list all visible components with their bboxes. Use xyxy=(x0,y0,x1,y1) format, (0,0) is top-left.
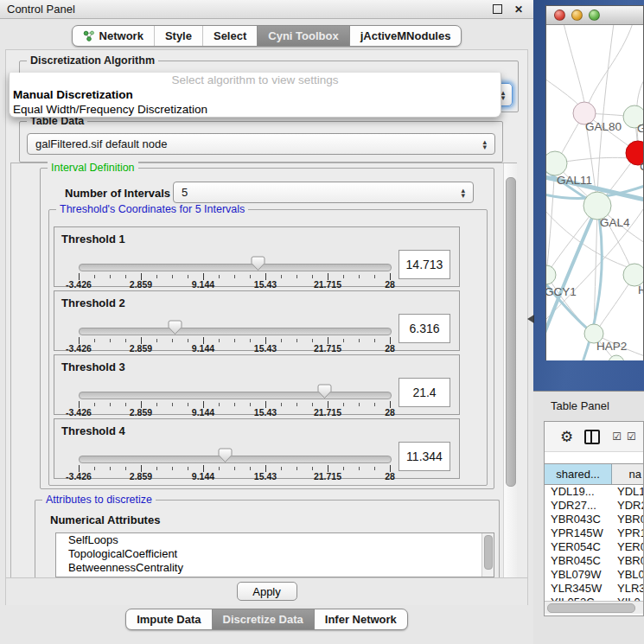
threshold-label: Threshold 3 xyxy=(61,360,125,373)
tab-impute-data[interactable]: Impute Data xyxy=(126,609,211,629)
checkbox-icon[interactable]: ☑ xyxy=(612,430,622,443)
tick-mark xyxy=(156,339,157,342)
network-canvas[interactable]: GAL80GACGAL11GAL4GCY1HHAP2 xyxy=(546,25,643,360)
columns-icon[interactable] xyxy=(584,430,600,444)
table-panel-region: Table Panel ⚙ ☑ ☑ shared...na YDL19...YD… xyxy=(533,391,644,644)
table-row[interactable]: YDL19...YDL1 xyxy=(545,485,643,499)
tick-mark xyxy=(125,275,126,278)
table-rows: YDL19...YDL1YDR27...YDR2YBR043CYBR0YPR14… xyxy=(545,485,643,601)
table-row[interactable]: YBL079WYBL0 xyxy=(545,568,643,582)
tick-mark xyxy=(125,339,126,342)
apply-button[interactable]: Apply xyxy=(237,582,297,601)
table-row[interactable]: YER054CYER0 xyxy=(545,540,643,554)
node-label: GA xyxy=(637,122,643,135)
threshold-label: Threshold 4 xyxy=(61,424,125,437)
column-header-1[interactable]: shared... xyxy=(545,464,612,484)
close-traffic-light[interactable] xyxy=(554,10,565,21)
tab-label: Cyni Toolbox xyxy=(268,29,338,42)
slider-thumb[interactable] xyxy=(168,320,182,335)
scale-label: 21.715 xyxy=(302,279,354,290)
tab-cyni-toolbox[interactable]: Cyni Toolbox xyxy=(257,26,348,46)
node-label: GAL11 xyxy=(557,174,592,187)
threshold-value-field[interactable]: 21.4 xyxy=(399,378,450,407)
tab-label: jActiveMNodules xyxy=(360,29,451,42)
tick-mark xyxy=(343,275,344,278)
bottom-tabs-segment: Impute DataDiscretize DataInfer Network xyxy=(125,609,408,630)
tick-mark xyxy=(94,339,95,342)
table-data-combobox[interactable]: galFiltered.sif default node ▴▾ xyxy=(27,133,495,155)
tab-discretize-data[interactable]: Discretize Data xyxy=(212,609,314,629)
slider-track[interactable] xyxy=(79,328,392,335)
zoom-traffic-light[interactable] xyxy=(589,10,600,21)
table-cell: YPR1 xyxy=(612,526,643,540)
popup-option-manual-discretization[interactable]: Manual Discretization xyxy=(10,87,501,102)
tab-style[interactable]: Style xyxy=(154,26,202,46)
close-icon[interactable]: ✕ xyxy=(511,3,526,16)
checkbox-icon[interactable]: ☑ xyxy=(627,430,636,443)
float-window-icon[interactable] xyxy=(493,4,502,14)
vertical-scrollbar[interactable] xyxy=(503,163,517,603)
tick-mark xyxy=(219,275,220,278)
scale-label: 9.144 xyxy=(177,407,229,418)
threshold-value-field[interactable]: 11.344 xyxy=(399,442,450,471)
table-cell: YBR0 xyxy=(612,554,643,568)
number-of-intervals-spinner[interactable]: 5 ▴▾ xyxy=(173,182,474,203)
attribute-item-topologicalcoefficient[interactable]: TopologicalCoefficient xyxy=(56,547,494,561)
attribute-item-betweennesscentrality[interactable]: BetweennessCentrality xyxy=(56,561,494,575)
popup-option-equal-width-frequency[interactable]: Equal Width/Frequency Discretization xyxy=(10,102,501,117)
slider-thumb[interactable] xyxy=(251,256,265,271)
network-node-gal11[interactable] xyxy=(546,151,567,175)
table-row[interactable]: YPR145WYPR1 xyxy=(545,526,643,540)
table-cell: YDL19... xyxy=(545,485,612,499)
slider-thumb[interactable] xyxy=(218,448,233,463)
network-edge xyxy=(564,25,584,103)
attribute-item-selfloops[interactable]: SelfLoops xyxy=(56,533,494,547)
scale-label: 28 xyxy=(364,343,416,354)
tick-mark xyxy=(359,467,360,470)
tick-mark xyxy=(234,339,235,342)
top-tabs-segment: NetworkStyleSelectCyni ToolboxjActiveMNo… xyxy=(72,25,462,47)
slider-thumb[interactable] xyxy=(317,384,332,399)
node-label: HAP2 xyxy=(596,340,627,353)
tick-mark xyxy=(219,403,220,406)
table-row[interactable]: YBR045CYBR0 xyxy=(545,554,643,568)
slider-track[interactable] xyxy=(79,456,392,463)
scale-label: 28 xyxy=(364,279,416,290)
scale-label: -3.426 xyxy=(53,279,105,290)
scale-label: 9.144 xyxy=(177,279,229,290)
tick-mark xyxy=(312,339,313,342)
tab-select[interactable]: Select xyxy=(202,26,257,46)
tick-mark xyxy=(359,339,360,342)
numerical-attributes-list[interactable]: SelfLoopsTopologicalCoefficientBetweenne… xyxy=(55,532,494,577)
table-cell: YBR043C xyxy=(545,513,612,526)
network-window-titlebar[interactable] xyxy=(546,6,643,25)
column-header-2[interactable]: na xyxy=(612,464,643,484)
threshold-value-field[interactable]: 14.713 xyxy=(399,250,450,279)
scrollbar-thumb[interactable] xyxy=(506,177,516,487)
minimize-traffic-light[interactable] xyxy=(571,10,583,21)
tick-mark xyxy=(281,275,282,278)
threshold-value-field[interactable]: 6.316 xyxy=(399,314,450,343)
tab-jactivemnodules[interactable]: jActiveMNodules xyxy=(349,26,462,46)
tab-network[interactable]: Network xyxy=(73,26,154,46)
list-scrollbar[interactable] xyxy=(481,533,494,577)
tick-mark xyxy=(312,467,313,470)
slider-track[interactable] xyxy=(79,264,392,271)
tab-infer-network[interactable]: Infer Network xyxy=(314,609,407,629)
table-row[interactable]: YLR345WYLR3 xyxy=(545,582,643,596)
scrollbar-thumb[interactable] xyxy=(484,535,493,570)
tick-mark xyxy=(343,403,344,406)
slider-track[interactable] xyxy=(79,392,392,399)
scrollbar-thumb[interactable] xyxy=(547,603,635,613)
gear-icon[interactable]: ⚙ xyxy=(560,430,573,444)
scale-label: 9.144 xyxy=(177,343,229,354)
table-header-row: shared...na xyxy=(545,463,643,485)
screen: Control Panel ✕ NetworkStyleSelectCyni T… xyxy=(0,0,644,644)
table-row[interactable]: YBR043CYBR0 xyxy=(545,513,643,526)
table-row[interactable]: YDR27...YDR2 xyxy=(545,499,643,513)
table-panel-title: Table Panel xyxy=(551,399,609,412)
tick-mark xyxy=(296,275,297,278)
horizontal-scrollbar[interactable] xyxy=(545,601,643,614)
network-node-gcy1[interactable] xyxy=(546,265,556,284)
tick-mark xyxy=(312,403,313,406)
